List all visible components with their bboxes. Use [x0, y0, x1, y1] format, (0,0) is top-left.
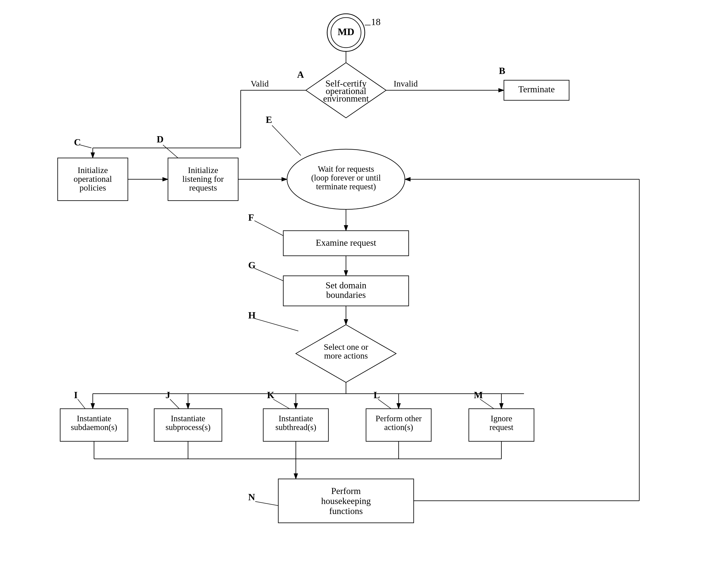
L-label: L: [373, 390, 380, 400]
wait-label3: terminate request): [316, 182, 376, 191]
B-label: B: [499, 65, 505, 76]
setdomain-label1: Set domain: [326, 280, 367, 290]
C-label: C: [74, 137, 81, 147]
svg-line-26: [78, 399, 85, 409]
E-label: E: [266, 114, 272, 125]
svg-line-14: [255, 220, 283, 236]
setdomain-label2: boundaries: [326, 290, 366, 300]
housekeeping-label2: housekeeping: [321, 496, 371, 506]
A-label: A: [297, 69, 304, 80]
inst-subprocess-label1: Instantiate: [171, 414, 205, 423]
J-label: J: [166, 390, 170, 400]
init-listen-label1: Initialize: [188, 166, 218, 175]
terminate-label: Terminate: [518, 84, 555, 94]
F-label: F: [248, 212, 254, 223]
K-label: K: [267, 390, 275, 400]
inst-subdaemon-label2: subdaemon(s): [71, 423, 117, 432]
init-listen-label2: listening for: [182, 174, 224, 184]
svg-line-28: [273, 399, 289, 409]
M-label: M: [474, 390, 483, 400]
init-op-label1: Initialize: [78, 166, 108, 175]
svg-line-30: [480, 399, 494, 409]
svg-line-16: [255, 268, 283, 281]
inst-subdaemon-label1: Instantiate: [77, 414, 111, 423]
H-label: H: [248, 310, 256, 320]
svg-line-29: [378, 399, 391, 409]
select-action-label2: more actions: [324, 351, 368, 360]
inst-subthread-label1: Instantiate: [279, 414, 313, 423]
num18-label: 18: [371, 17, 381, 27]
init-listen-label3: requests: [189, 183, 217, 192]
svg-line-10: [163, 145, 178, 158]
ignore-label2: request: [489, 423, 513, 432]
perform-other-label2: action(s): [384, 423, 413, 432]
valid-label: Valid: [251, 79, 269, 88]
perform-other-label1: Perform other: [375, 414, 422, 423]
svg-line-8: [80, 145, 91, 148]
inst-subthread-label2: subthread(s): [275, 423, 316, 432]
invalid-label: Invalid: [394, 79, 418, 88]
flowchart-container: MD 18 Self-certify operational environme…: [0, 0, 712, 588]
D-label: D: [157, 134, 164, 144]
svg-line-18: [255, 318, 298, 331]
md-label: MD: [338, 26, 354, 37]
select-action-label1: Select one or: [324, 342, 368, 352]
G-label: G: [248, 260, 256, 270]
N-label: N: [248, 492, 255, 502]
examine-label: Examine request: [316, 238, 376, 248]
init-op-label2: operational: [74, 174, 112, 184]
inst-subprocess-label2: subprocess(s): [166, 423, 211, 432]
svg-line-12: [272, 125, 301, 155]
I-label: I: [74, 390, 78, 400]
housekeeping-label3: functions: [329, 506, 363, 516]
ignore-label1: Ignore: [491, 414, 512, 423]
selfcertify-label3: environment: [323, 93, 369, 104]
housekeeping-label1: Perform: [331, 486, 361, 496]
svg-line-27: [170, 399, 179, 409]
init-op-label3: policies: [80, 183, 106, 192]
wait-label2: (loop forever or until: [311, 173, 381, 183]
wait-label1: Wait for requests: [318, 165, 374, 173]
